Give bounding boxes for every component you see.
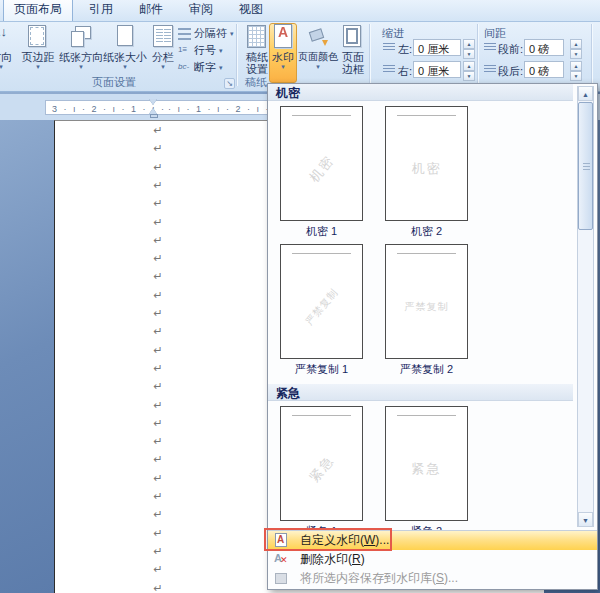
chevron-down-icon: ▾ [79,64,83,70]
chevron-down-icon: ▾ [36,64,40,70]
text-direction-button[interactable]: A↓ 方向 ▾ [0,24,18,82]
spacing-after-stepper[interactable]: ▲▼ [570,61,582,78]
indent-left-stepper[interactable]: ▲▼ [463,39,475,56]
menu-item-自定义水印[interactable]: A自定义水印(W)... [268,531,597,550]
watermark-thumbnail-严禁复制 2[interactable]: 严禁复制严禁复制 2 [385,244,468,377]
page-border-button[interactable]: 页面边框 [339,24,367,82]
spacing-before-icon [484,43,496,52]
paragraph-mark: ↵ [150,179,166,192]
paragraph-mark: ↵ [150,197,166,210]
thumbnail-page: 机密 [280,106,363,221]
thumbnail-watermark-text: 机密 [412,160,442,178]
spacing-before-input[interactable]: 0 磅 [524,39,564,56]
thumbnail-page: 紧急 [280,406,363,521]
thumbnail-watermark-text: 紧急 [412,460,442,478]
indent-left-input[interactable]: 0 厘米 [413,39,461,56]
menu-item-label: 删除水印(R) [300,551,365,568]
scroll-up-icon[interactable]: ▲ [578,86,593,101]
breaks-button[interactable]: 分隔符▾ [178,26,234,41]
menu-item-删除水印[interactable]: A✕删除水印(R) [268,550,597,569]
tab-审阅[interactable]: 审阅 [179,0,223,21]
tab-邮件[interactable]: 邮件 [129,0,173,21]
scrollbar-thumb[interactable] [578,102,593,230]
paragraph-mark: ↵ [150,216,166,229]
watermark-thumbnail-紧急 1[interactable]: 紧急紧急 1 [280,406,363,530]
paragraph-mark: ↵ [150,472,166,485]
columns-icon [151,24,175,50]
group-label-page-setup: 页面设置 [0,75,228,90]
watermark-button[interactable]: A 水印 ▾ [269,23,297,83]
thumbnail-page: 严禁复制 [280,244,363,359]
page-color-button[interactable]: 页面颜色 ▾ [299,24,337,82]
manuscript-grid-icon [245,24,269,50]
paper-size-button[interactable]: 纸张大小 ▾ [102,24,148,82]
gallery-scrollbar[interactable]: ▲ ▼ [577,86,594,527]
columns-button[interactable]: 分栏 ▾ [148,24,178,82]
paragraph-mark: ↵ [150,563,166,576]
paragraph-mark: ↵ [150,142,166,155]
paragraph-mark: ↵ [150,508,166,521]
spacing-after-icon [484,65,496,74]
paragraph-mark: ↵ [150,362,166,375]
paragraph-mark: ↵ [150,289,166,302]
hyphenation-button[interactable]: bc- 断字▾ [178,60,223,75]
indent-marker[interactable] [149,99,158,118]
paragraph-mark: ↵ [150,490,166,503]
indent-right-input[interactable]: 0 厘米 [413,61,461,78]
ribbon-tab-bar: 页面布局引用邮件审阅视图 [0,0,600,22]
thumbnail-watermark-text: 严禁复制 [405,300,449,314]
custom-watermark-icon: A [274,533,289,548]
watermark-thumbnail-机密 2[interactable]: 机密机密 2 [385,106,468,239]
thumbnail-page: 紧急 [385,406,468,521]
chevron-down-icon: ▾ [281,64,285,70]
page-break-icon [178,28,191,40]
indent-right-icon [383,65,395,74]
line-numbers-button[interactable]: 1≡ 行号▾ [178,43,223,58]
watermark-dropdown: 机密机密机密 1机密机密 2严禁复制严禁复制 1严禁复制严禁复制 2紧急紧急紧急… [267,83,598,590]
hyphenation-icon: bc- [178,62,191,74]
paper-orientation-icon [69,24,93,50]
gallery-section-grid: 紧急紧急 1紧急紧急 2尽快尽快 1 [268,401,580,530]
indent-right-stepper[interactable]: ▲▼ [463,61,475,78]
watermark-thumbnail-严禁复制 1[interactable]: 严禁复制严禁复制 1 [280,244,363,377]
spacing-after-input[interactable]: 0 磅 [524,61,564,78]
paragraph-mark: ↵ [150,380,166,393]
ruler-right-ticks: · ı · 1 · ı · 2 · ı · 3 · [168,104,274,115]
save-to-gallery-icon [274,571,289,586]
tab-页面布局[interactable]: 页面布局 [3,0,73,21]
paper-size-icon [113,24,137,50]
watermark-thumbnail-机密 1[interactable]: 机密机密 1 [280,106,363,239]
page-border-icon [341,24,365,50]
paragraph-mark: ↵ [150,270,166,283]
ribbon: A↓ 方向 ▾ 页边距 ▾ 纸张方向 ▾ 纸张大小 ▾ 分栏 ▾ 分隔符▾ 1≡… [0,22,600,92]
paper-orientation-button[interactable]: 纸张方向 ▾ [58,24,104,82]
paragraph-mark: ↵ [150,545,166,558]
paragraph-mark: ↵ [150,307,166,320]
scroll-down-icon[interactable]: ▼ [578,512,593,527]
menu-item-将所选内容保存到水印库[interactable]: 将所选内容保存到水印库(S)... [268,569,597,588]
thumbnail-page: 严禁复制 [385,244,468,359]
chevron-down-icon: ▾ [123,64,127,70]
thumbnail-label: 严禁复制 2 [385,362,468,377]
margins-icon [26,24,50,50]
line-numbers-icon: 1≡ [178,45,191,57]
gallery-section-header: 紧急 [268,384,573,401]
dialog-launcher-icon[interactable]: ↘ [224,78,235,89]
paragraph-mark: ↵ [150,527,166,540]
tab-视图[interactable]: 视图 [229,0,273,21]
spacing-before-stepper[interactable]: ▲▼ [570,39,582,56]
watermark-thumbnail-紧急 2[interactable]: 紧急紧急 2 [385,406,468,530]
paragraph-mark: ↵ [150,325,166,338]
indent-left-icon [383,43,395,52]
text-direction-icon: A↓ [0,24,13,50]
thumbnail-watermark-text: 严禁复制 [302,286,341,329]
tab-引用[interactable]: 引用 [79,0,123,21]
group-label-spacing: 间距 [484,26,506,41]
thumbnail-label: 机密 1 [280,224,363,239]
thumbnail-watermark-text: 机密 [305,152,338,187]
thumbnail-label: 严禁复制 1 [280,362,363,377]
paragraph-mark: ↵ [150,417,166,430]
margins-button[interactable]: 页边距 ▾ [18,24,58,82]
delete-watermark-icon: A✕ [274,552,289,567]
thumbnail-watermark-text: 紧急 [305,452,338,487]
